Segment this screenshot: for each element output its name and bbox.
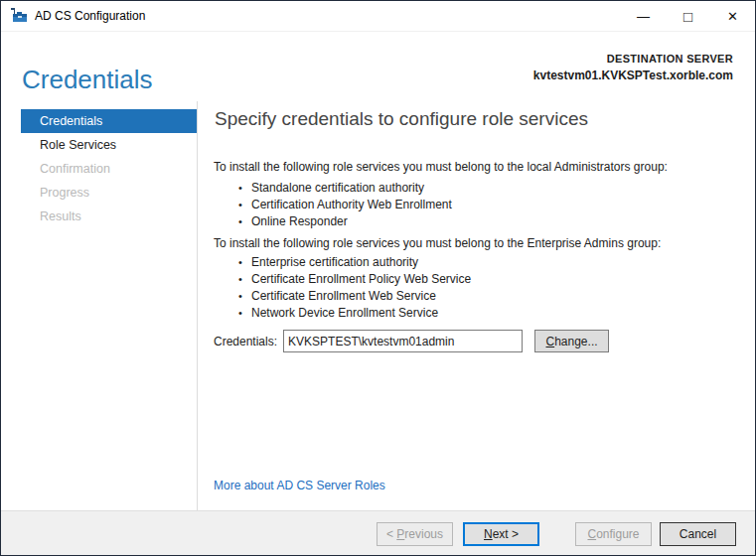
cancel-button[interactable]: Cancel — [660, 522, 736, 546]
destination-server-name: kvtestvm01.KVKSPTest.xorble.com — [533, 69, 733, 82]
adcs-configuration-window: AD CS Configuration — □ ✕ Credentials DE… — [0, 0, 756, 556]
role-service-name: Network Device Enrollment Service — [251, 306, 438, 320]
previous-button: < Previous — [377, 522, 453, 546]
list-item: • Standalone certification authority — [238, 179, 452, 196]
local-admins-role-list: • Standalone certification authority • C… — [238, 179, 452, 229]
list-item: • Certificate Enrollment Web Service — [238, 287, 471, 304]
bullet-icon: • — [238, 215, 251, 227]
window-controls: — □ ✕ — [621, 1, 755, 31]
change-credentials-button[interactable]: Change... — [534, 330, 609, 352]
list-item: • Certificate Enrollment Policy Web Serv… — [238, 270, 471, 287]
adcs-app-icon — [10, 8, 28, 24]
enterprise-admins-role-list: • Enterprise certification authority • C… — [238, 253, 471, 321]
titlebar: AD CS Configuration — □ ✕ — [1, 1, 755, 32]
close-button[interactable]: ✕ — [710, 1, 755, 31]
bullet-icon: • — [238, 307, 251, 319]
destination-server-label: DESTINATION SERVER — [533, 53, 733, 65]
bullet-icon: • — [238, 290, 251, 302]
list-item: • Network Device Enrollment Service — [238, 304, 471, 321]
maximize-button[interactable]: □ — [666, 1, 710, 31]
list-item: • Certification Authority Web Enrollment — [238, 196, 452, 212]
bullet-icon: • — [238, 199, 251, 210]
wizard-footer: < Previous Next > Configure Cancel — [1, 510, 755, 555]
bullet-icon: • — [238, 256, 251, 268]
credentials-label: Credentials: — [214, 335, 277, 348]
bullet-icon: • — [238, 273, 251, 285]
more-about-adcs-link[interactable]: More about AD CS Server Roles — [214, 479, 385, 492]
content-heading: Specify credentials to configure role se… — [215, 108, 588, 130]
role-service-name: Certificate Enrollment Web Service — [251, 289, 436, 303]
window-title: AD CS Configuration — [35, 9, 145, 23]
role-service-name: Certificate Enrollment Policy Web Servic… — [251, 272, 471, 286]
role-service-name: Enterprise certification authority — [251, 255, 418, 269]
minimize-button[interactable]: — — [621, 1, 666, 31]
next-button[interactable]: Next > — [463, 522, 539, 546]
role-service-name: Certification Authority Web Enrollment — [251, 198, 452, 211]
role-service-name: Standalone certification authority — [251, 181, 424, 195]
bullet-icon: • — [238, 182, 251, 194]
enterprise-admins-intro: To install the following role services y… — [214, 236, 661, 250]
wizard-header: Credentials DESTINATION SERVER kvtestvm0… — [1, 33, 755, 101]
destination-server-block: DESTINATION SERVER kvtestvm01.KVKSPTest.… — [533, 53, 733, 82]
list-item: • Enterprise certification authority — [238, 253, 471, 270]
sidebar-divider — [197, 101, 198, 511]
list-item: • Online Responder — [238, 212, 452, 229]
wizard-buttons: < Previous Next > Configure Cancel — [377, 522, 736, 546]
sidebar-item-role-services[interactable]: Role Services — [21, 133, 197, 157]
sidebar-item-credentials[interactable]: Credentials — [21, 109, 197, 133]
page-title: Credentials — [22, 65, 153, 94]
role-service-name: Online Responder — [251, 214, 348, 228]
credentials-row: Credentials: Change... — [214, 330, 609, 352]
sidebar-item-results: Results — [21, 205, 197, 228]
sidebar-item-progress: Progress — [21, 181, 197, 205]
sidebar-item-confirmation: Confirmation — [21, 157, 197, 181]
configure-button: Configure — [575, 522, 652, 546]
credentials-input[interactable] — [283, 330, 523, 352]
wizard-steps-sidebar: Credentials Role Services Confirmation P… — [21, 109, 197, 228]
local-admins-intro: To install the following role services y… — [214, 160, 668, 174]
